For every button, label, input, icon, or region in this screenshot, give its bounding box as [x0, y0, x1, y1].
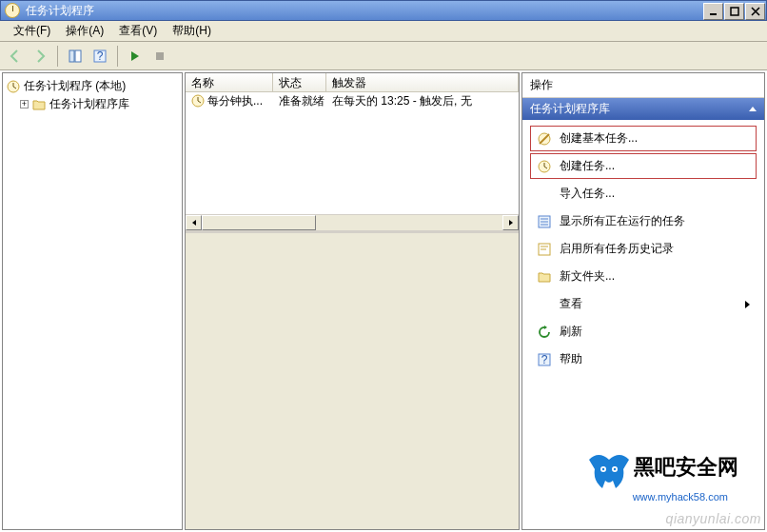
tree-root-label: 任务计划程序 (本地)	[24, 78, 126, 94]
action-label: 查看	[560, 296, 582, 312]
col-state[interactable]: 状态	[273, 73, 326, 91]
svg-rect-3	[75, 50, 81, 62]
actions-pane: 操作 任务计划程序库 创建基本任务... 创建任务... 导入任务... 显示所…	[521, 72, 765, 530]
actions-title: 操作	[522, 73, 764, 98]
menu-file[interactable]: 文件(F)	[6, 21, 58, 41]
action-new-folder[interactable]: 新文件夹...	[530, 264, 757, 289]
window-buttons	[703, 2, 766, 20]
list-body: 每分钟执... 准备就绪 在每天的 13:25 - 触发后, 无	[186, 92, 519, 214]
folder-icon	[32, 99, 46, 110]
cell-state: 准备就绪	[273, 93, 326, 109]
col-name[interactable]: 名称	[186, 73, 273, 91]
action-enable-history[interactable]: 启用所有任务历史记录	[530, 236, 757, 262]
list-icon	[537, 214, 552, 229]
tree-root[interactable]: 任务计划程序 (本地)	[7, 77, 178, 95]
toolbar: ?	[0, 42, 767, 70]
svg-marker-6	[131, 51, 139, 61]
action-label: 启用所有任务历史记录	[560, 241, 674, 257]
table-row[interactable]: 每分钟执... 准备就绪 在每天的 13:25 - 触发后, 无	[186, 92, 519, 109]
actions-section-header[interactable]: 任务计划程序库	[522, 98, 764, 120]
titlebar: 任务计划程序	[0, 0, 767, 21]
cell-name: 每分钟执...	[207, 93, 263, 109]
action-create-basic-task[interactable]: 创建基本任务...	[530, 126, 757, 151]
svg-rect-1	[731, 8, 738, 15]
svg-rect-7	[156, 52, 164, 60]
task-list-pane: 名称 状态 触发器 每分钟执... 准备就绪 在每天的 13:25 - 触发后,…	[185, 72, 520, 530]
expand-icon[interactable]: +	[20, 100, 29, 108]
action-help[interactable]: ? 帮助	[530, 346, 757, 372]
toolbar-separator	[57, 46, 58, 67]
show-hide-tree-button[interactable]	[64, 45, 87, 68]
action-label: 创建任务...	[560, 158, 615, 174]
app-icon	[5, 3, 20, 18]
tree-library[interactable]: + 任务计划程序库	[20, 95, 178, 113]
clock-icon	[191, 94, 205, 108]
back-button[interactable]	[4, 45, 27, 68]
maximize-button[interactable]	[724, 3, 744, 20]
blank-icon	[537, 187, 552, 202]
refresh-icon	[537, 325, 552, 340]
action-view[interactable]: 查看	[530, 291, 757, 317]
forward-button[interactable]	[29, 45, 51, 68]
help-button[interactable]: ?	[88, 45, 111, 68]
nav-tree: 任务计划程序 (本地) + 任务计划程序库	[2, 72, 183, 530]
scroll-thumb[interactable]	[202, 215, 316, 230]
toolbar-separator	[117, 46, 118, 67]
action-label: 创建基本任务...	[560, 130, 638, 147]
menubar: 文件(F) 操作(A) 查看(V) 帮助(H)	[0, 21, 767, 42]
close-button[interactable]	[745, 3, 765, 20]
svg-text:?: ?	[97, 49, 104, 63]
wizard-icon	[537, 131, 552, 147]
blank-icon	[537, 297, 552, 312]
svg-marker-16	[544, 325, 547, 329]
svg-rect-0	[710, 13, 717, 15]
col-trigger[interactable]: 触发器	[326, 73, 519, 91]
run-button[interactable]	[124, 45, 147, 68]
collapse-icon	[749, 107, 757, 111]
scroll-track[interactable]	[202, 215, 502, 230]
actions-section-label: 任务计划程序库	[530, 101, 610, 117]
scroll-right-button[interactable]	[502, 215, 519, 230]
chevron-right-icon	[745, 301, 750, 308]
action-label: 刷新	[560, 324, 582, 340]
action-label: 导入任务...	[560, 186, 615, 202]
svg-marker-10	[192, 220, 196, 226]
window-title: 任务计划程序	[24, 3, 703, 19]
content: 任务计划程序 (本地) + 任务计划程序库 名称 状态 触发器 每分钟执... …	[0, 70, 767, 532]
stop-button[interactable]	[148, 45, 171, 68]
action-label: 显示所有正在运行的任务	[560, 213, 685, 229]
action-refresh[interactable]: 刷新	[530, 319, 757, 345]
tree-library-label: 任务计划程序库	[49, 96, 129, 112]
menu-view[interactable]: 查看(V)	[111, 21, 165, 41]
horizontal-scrollbar[interactable]	[186, 214, 519, 230]
history-icon	[537, 242, 552, 257]
task-icon	[537, 159, 552, 174]
help-icon: ?	[537, 352, 552, 367]
action-create-task[interactable]: 创建任务...	[530, 153, 757, 179]
svg-text:?: ?	[541, 353, 548, 366]
action-show-running[interactable]: 显示所有正在运行的任务	[530, 208, 757, 234]
scroll-left-button[interactable]	[186, 215, 202, 230]
svg-marker-11	[509, 220, 513, 226]
actions-body: 创建基本任务... 创建任务... 导入任务... 显示所有正在运行的任务 启用…	[522, 120, 764, 378]
action-import-task[interactable]: 导入任务...	[530, 181, 757, 207]
menu-help[interactable]: 帮助(H)	[165, 21, 219, 41]
cell-trigger: 在每天的 13:25 - 触发后, 无	[326, 93, 519, 109]
detail-pane	[186, 230, 519, 529]
menu-action[interactable]: 操作(A)	[58, 21, 111, 41]
folder-icon	[537, 269, 552, 285]
action-label: 帮助	[560, 351, 582, 367]
list-header: 名称 状态 触发器	[186, 73, 519, 92]
minimize-button[interactable]	[703, 3, 723, 20]
svg-rect-2	[69, 50, 74, 62]
action-label: 新文件夹...	[560, 268, 615, 285]
clock-icon	[7, 80, 20, 93]
